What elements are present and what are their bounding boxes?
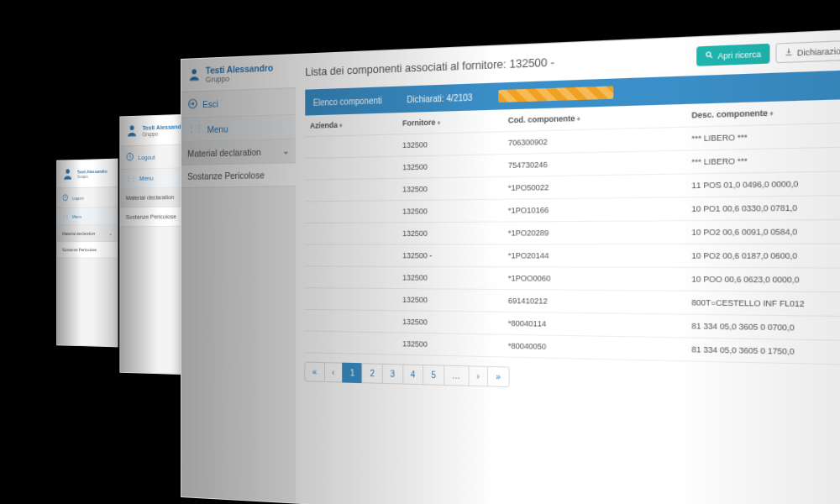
button-label: Dichiarazione materiale bbox=[797, 44, 840, 57]
logout-icon bbox=[62, 194, 68, 202]
logout-label: Esci bbox=[202, 98, 218, 109]
cell-forn: 132500 bbox=[397, 176, 503, 200]
menu-label: Menu bbox=[139, 175, 153, 182]
cell-az bbox=[305, 156, 397, 180]
menu-label: Menu bbox=[207, 123, 228, 134]
user-group: Gruppo bbox=[206, 73, 273, 84]
cell-az bbox=[305, 288, 397, 311]
window-back: Testi Alessandro Gruppo Logout ⋮⋮ Menu M… bbox=[56, 159, 118, 348]
logout-label: Logout bbox=[138, 153, 155, 160]
sidebar-item-label: Sostanze Pericolose bbox=[62, 248, 97, 253]
page-title: Lista dei componenti associati al fornit… bbox=[305, 55, 554, 79]
progress-bar bbox=[498, 86, 613, 102]
menu-label: Menu bbox=[72, 214, 81, 219]
sidebar-item-label: Sostanze Pericolose bbox=[126, 213, 176, 220]
cell-desc: 10 POO 00,6 0623,0 0000,0 bbox=[686, 267, 840, 292]
table-row[interactable]: 132500 -*1PO2014410 PO2 00,6 0187,0 0600… bbox=[305, 244, 840, 269]
chevron-down-icon: ⌄ bbox=[109, 230, 113, 236]
search-icon bbox=[706, 50, 714, 61]
cell-cod: *1PO10166 bbox=[503, 197, 686, 222]
table-row[interactable]: 132500*1PO2028910 PO2 00,6 0091,0 0584,0… bbox=[305, 218, 840, 244]
open-search-button[interactable]: Apri ricerca bbox=[697, 44, 770, 66]
menu-header: ⋮⋮ Menu bbox=[181, 115, 296, 142]
cell-cod: 754730246 bbox=[503, 150, 686, 176]
drag-icon: ⋮⋮ bbox=[62, 213, 68, 218]
pager-next[interactable]: › bbox=[468, 365, 488, 386]
logout-icon bbox=[187, 97, 198, 111]
sidebar-item-sostanze[interactable]: Sostanze Pericolose bbox=[57, 242, 118, 259]
cell-desc: 81 334 05,0 3605 0 1750,0 bbox=[686, 338, 840, 367]
pager-page-5[interactable]: 5 bbox=[423, 365, 444, 386]
logout-link[interactable]: Logout bbox=[57, 187, 118, 208]
logout-icon bbox=[126, 152, 134, 164]
button-label: Apri ricerca bbox=[717, 49, 761, 60]
stripe-title: Elenco componenti bbox=[313, 95, 382, 107]
sort-icon: ♦ bbox=[437, 118, 440, 127]
material-declaration-button[interactable]: Dichiarazione materiale ▾ bbox=[775, 38, 840, 63]
svg-point-4 bbox=[192, 69, 196, 74]
menu-header: ⋮⋮ Menu bbox=[57, 207, 118, 225]
cell-cod: 691410212 bbox=[503, 290, 686, 315]
pager-dots: … bbox=[444, 365, 469, 386]
pager: « ‹ 1 2 3 4 5 … › » bbox=[305, 362, 840, 403]
col-fornitore[interactable]: Fornitore♦ bbox=[397, 109, 503, 134]
cell-az bbox=[305, 178, 397, 201]
cell-desc: 11 POS 01,0 0496,0 0000,0 bbox=[686, 170, 840, 197]
cell-desc: 10 PO2 00,6 0187,0 0600,0 bbox=[686, 244, 840, 268]
cell-forn: 132500 - bbox=[397, 244, 503, 267]
cell-cod: *1POO0060 bbox=[503, 267, 686, 291]
components-table: Azienda♦ Fornitore♦ Cod. componente♦ Des… bbox=[305, 93, 840, 370]
user-group: Gruppo bbox=[77, 173, 108, 178]
cell-forn: 132500 bbox=[397, 199, 503, 223]
pager-first[interactable]: « bbox=[304, 362, 324, 382]
cell-cod: *80040050 bbox=[503, 334, 686, 361]
cell-az bbox=[305, 223, 397, 244]
cell-forn: 132500 bbox=[397, 333, 503, 357]
sidebar-item-label: Material declaration bbox=[126, 193, 175, 201]
cell-forn: 132500 bbox=[397, 289, 503, 312]
sidebar-item-label: Material declaration bbox=[62, 231, 95, 236]
cell-az bbox=[305, 134, 397, 158]
user-name: Testi Alessandro bbox=[77, 169, 108, 174]
cell-cod: *80040114 bbox=[503, 312, 686, 338]
cell-az bbox=[305, 201, 397, 223]
cell-az bbox=[305, 244, 397, 266]
logout-link[interactable]: Esci bbox=[181, 88, 296, 118]
download-icon bbox=[785, 47, 793, 58]
pager-page-1[interactable]: 1 bbox=[342, 363, 363, 384]
chevron-down-icon: ⌄ bbox=[282, 145, 289, 156]
user-icon bbox=[62, 166, 73, 181]
sidebar-item-material-declaration[interactable]: Material declaration ⌄ bbox=[57, 225, 118, 243]
user-icon bbox=[126, 123, 139, 139]
pager-page-4[interactable]: 4 bbox=[402, 364, 423, 385]
user-icon bbox=[187, 66, 201, 84]
window-front: Testi Alessandro Gruppo Esci ⋮⋮ Menu Mat… bbox=[181, 20, 840, 504]
cell-az bbox=[305, 309, 397, 333]
sort-icon: ♦ bbox=[339, 122, 343, 129]
sidebar-item-label: Sostanze Pericolose bbox=[187, 170, 265, 181]
cell-cod: *1PO20289 bbox=[503, 221, 686, 244]
sidebar-item-sostanze[interactable]: Sostanze Pericolose bbox=[181, 163, 296, 188]
svg-point-0 bbox=[66, 169, 69, 174]
logout-label: Logout bbox=[72, 196, 84, 201]
user-block: Testi Alessandro Gruppo bbox=[181, 55, 296, 92]
sort-icon: ♦ bbox=[769, 109, 774, 118]
cell-forn: 132500 bbox=[397, 132, 503, 156]
pager-page-2[interactable]: 2 bbox=[362, 363, 383, 384]
cell-cod: *1PO20144 bbox=[503, 244, 686, 268]
svg-point-6 bbox=[706, 52, 711, 56]
col-azienda[interactable]: Azienda♦ bbox=[305, 113, 397, 136]
pager-prev[interactable]: ‹ bbox=[324, 362, 343, 382]
drag-icon: ⋮⋮ bbox=[187, 123, 202, 135]
cell-forn: 132500 bbox=[397, 155, 503, 179]
cell-desc: 10 PO2 00,6 0091,0 0584,0 bbox=[686, 219, 840, 244]
sidebar-item-label: Material declaration bbox=[187, 146, 261, 158]
cell-az bbox=[305, 331, 397, 354]
cell-cod: 706300902 bbox=[503, 127, 686, 154]
svg-point-2 bbox=[130, 125, 134, 130]
pager-last[interactable]: » bbox=[487, 366, 509, 387]
cell-forn: 132500 bbox=[397, 266, 503, 289]
sidebar-item-material-declaration[interactable]: Material declaration ⌄ bbox=[181, 139, 296, 165]
cell-forn: 132500 bbox=[397, 311, 503, 334]
pager-page-3[interactable]: 3 bbox=[382, 364, 403, 385]
